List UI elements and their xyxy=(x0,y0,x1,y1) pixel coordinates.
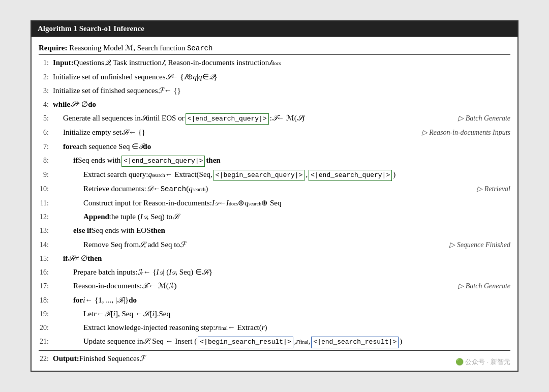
line-content: Generate all sequences in 𝒮 until EOS or… xyxy=(53,112,510,125)
line-1: 1:Input: Questions 𝒬, Task instruction 𝐼… xyxy=(39,56,510,70)
line-number: 2: xyxy=(39,72,53,83)
line-content: Initialize empty set 𝒮r ← {} ▷ Reason-in… xyxy=(53,127,510,138)
line-content: Let r ← 𝒯r[i], Seq ← 𝒮r[i].Seq xyxy=(53,308,510,320)
line-content: Input: Questions 𝒬, Task instruction 𝐼, … xyxy=(53,57,510,69)
line-content: else if Seq ends with EOS then xyxy=(53,225,510,236)
watermark-icon: 🟢 xyxy=(455,358,464,366)
line-number: 8: xyxy=(39,155,53,166)
line-number: 11: xyxy=(39,198,53,209)
line-number: 6: xyxy=(39,127,53,138)
line-9: 9:Extract search query: qsearch ← Extrac… xyxy=(39,168,510,182)
line-19: 19:Let r ← 𝒯r[i], Seq ← 𝒮r[i].Seq xyxy=(39,307,510,321)
line-number: 18: xyxy=(39,295,53,306)
line-11: 11:Construct input for Reason-in-documen… xyxy=(39,196,510,210)
line-number: 12: xyxy=(39,212,53,223)
algorithm-body: Require: Reasoning Model ℳ, Search funct… xyxy=(32,36,517,371)
line-number: 14: xyxy=(39,239,53,251)
line-number: 9: xyxy=(39,169,53,180)
line-content: for i ← {1, ..., |𝒯r|} do xyxy=(53,294,510,306)
line-content: Extract search query: qsearch ← Extract(… xyxy=(53,169,510,181)
line-content: if Seq ends with <|end_search_query|> th… xyxy=(53,155,510,167)
line-number: 16: xyxy=(39,267,53,278)
algorithm-lines: 1:Input: Questions 𝒬, Task instruction 𝐼… xyxy=(39,56,510,366)
line-4: 4:while 𝒮 ≠ ∅ do xyxy=(39,98,510,111)
line-number: 15: xyxy=(39,253,53,264)
algorithm-title: Algorithm 1 Search-o1 Inference xyxy=(38,24,144,33)
line-14: 14:Remove Seq from 𝒮, add Seq to ℱ ▷ Seq… xyxy=(39,238,510,252)
line-12: 12:Append the tuple (I𝒟, Seq) to 𝒮r xyxy=(39,210,510,224)
line-content: Retrieve documents: 𝒟 ← Search(qsearch) … xyxy=(53,183,510,195)
line-content: Extract knowledge-injected reasoning ste… xyxy=(53,322,510,334)
line-number: 21: xyxy=(39,336,53,347)
line-number: 17: xyxy=(39,281,53,292)
line-content: Prepare batch inputs: ℐr ← {I𝒟 | (I𝒟, Se… xyxy=(53,266,510,278)
line-number: 13: xyxy=(39,225,53,236)
line-content: Update sequence in 𝒮: Seq ← Insert (<|be… xyxy=(53,336,510,348)
line-16: 16:Prepare batch inputs: ℐr ← {I𝒟 | (I𝒟,… xyxy=(39,265,510,279)
line-content: Initialize set of unfinished sequences 𝒮… xyxy=(53,71,510,83)
line-17: 17:Reason-in-documents: 𝒯r ← ℳ(ℐr) ▷ Bat… xyxy=(39,279,510,293)
line-content: Output: Finished Sequences ℱ xyxy=(53,353,510,365)
line-18: 18:for i ← {1, ..., |𝒯r|} do xyxy=(39,293,510,307)
line-8: 8:if Seq ends with <|end_search_query|> … xyxy=(39,154,510,168)
line-6: 6:Initialize empty set 𝒮r ← {} ▷ Reason-… xyxy=(39,126,510,139)
line-22: 22:Output: Finished Sequences ℱ xyxy=(39,350,510,366)
line-number: 4: xyxy=(39,99,53,110)
line-content: for each sequence Seq ∈ 𝒯 do xyxy=(53,141,510,153)
algorithm-header: Algorithm 1 Search-o1 Inference xyxy=(32,21,517,36)
line-number: 19: xyxy=(39,309,53,320)
line-number: 20: xyxy=(39,322,53,334)
line-2: 2:Initialize set of unfinished sequences… xyxy=(39,70,510,84)
line-content: Construct input for Reason-in-documents:… xyxy=(53,197,510,209)
line-3: 3:Initialize set of finished sequences ℱ… xyxy=(39,84,510,98)
require-label: Require: xyxy=(39,44,67,52)
line-number: 10: xyxy=(39,184,53,195)
line-number: 7: xyxy=(39,141,53,153)
line-content: if 𝒮r ≠ ∅ then xyxy=(53,253,510,264)
line-number: 5: xyxy=(39,113,53,124)
line-content: while 𝒮 ≠ ∅ do xyxy=(53,99,510,110)
line-content: Reason-in-documents: 𝒯r ← ℳ(ℐr) ▷ Batch … xyxy=(53,280,510,292)
line-5: 5:Generate all sequences in 𝒮 until EOS … xyxy=(39,111,510,126)
line-number: 1: xyxy=(39,57,53,69)
require-line: Require: Reasoning Model ℳ, Search funct… xyxy=(39,41,510,55)
line-20: 20:Extract knowledge-injected reasoning … xyxy=(39,321,510,335)
line-content: Initialize set of finished sequences ℱ ←… xyxy=(53,85,510,97)
watermark: 🟢 公众号 · 新智元 xyxy=(455,357,510,367)
line-content: Remove Seq from 𝒮, add Seq to ℱ ▷ Sequen… xyxy=(53,239,510,251)
line-13: 13:else if Seq ends with EOS then xyxy=(39,224,510,237)
line-content: Append the tuple (I𝒟, Seq) to 𝒮r xyxy=(53,211,510,223)
line-21: 21:Update sequence in 𝒮: Seq ← Insert (<… xyxy=(39,335,510,349)
search-function: Search xyxy=(187,44,212,52)
line-number: 22: xyxy=(39,353,53,365)
line-10: 10:Retrieve documents: 𝒟 ← Search(qsearc… xyxy=(39,182,510,196)
line-number: 3: xyxy=(39,85,53,97)
algorithm-container: Algorithm 1 Search-o1 Inference Require:… xyxy=(30,20,518,372)
line-15: 15:if 𝒮r ≠ ∅ then xyxy=(39,252,510,265)
line-7: 7:for each sequence Seq ∈ 𝒯 do xyxy=(39,140,510,154)
